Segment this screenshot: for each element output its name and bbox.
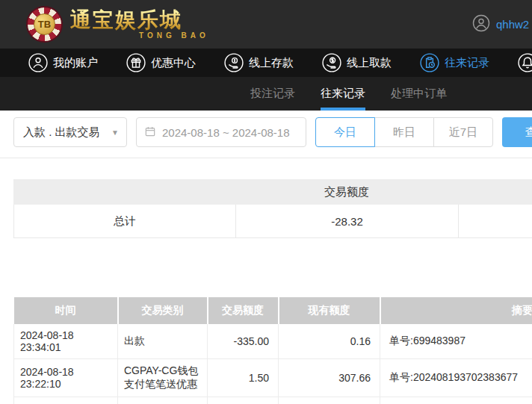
cell-type: 出款 [118,324,208,359]
nav-item-promotions[interactable]: 优惠中心 [126,53,196,72]
table-row: 2024-08-18 23:22:10 CGPAY-CG钱包支付笔笔送优惠 1.… [14,359,532,397]
quick-date-group: 今日 昨日 近7日 [315,117,493,147]
site-logo[interactable]: TB 通宝娱乐城 TONG BAO [26,6,209,43]
summary-total-label: 总计 [14,205,236,237]
chevron-down-icon: ▼ [111,128,119,137]
records-icon [420,53,439,72]
tab-pending-orders[interactable]: 处理中订单 [391,77,447,111]
cell-type: CGPAY支付 [118,397,208,404]
cell-summary: 单号:202408193702383677 [380,397,532,404]
quick-last7days-button[interactable]: 近7日 [433,117,493,147]
user-icon [28,53,48,72]
table-row: 2024-08-18 23:34:01 出款 -335.00 0.16 单号:6… [14,324,532,359]
logo-subtitle: TONG BAO [139,31,209,40]
nav-item-my-account[interactable]: 我的账户 [28,53,98,72]
cell-summary: 单号:699483987 [380,324,532,359]
select-value: 入款 . 出款交易 [23,125,100,140]
nav-label: 往来记录 [445,56,489,70]
section-divider [0,158,532,158]
nav-item-withdraw[interactable]: 线上取款 [322,53,392,72]
quick-yesterday-button[interactable]: 昨日 [374,117,434,147]
cell-balance: 0.16 [279,324,380,359]
cell-amount: 1.50 [208,359,279,397]
transaction-type-select[interactable]: 入款 . 出款交易 ▼ [13,117,127,147]
summary-total-row: 总计 -28.32 [13,205,532,238]
col-header-summary: 摘要 [380,297,532,324]
col-header-amount: 交易额度 [208,297,279,324]
tab-betting-records[interactable]: 投注记录 [250,77,295,111]
summary-table: 交易额度 总计 -28.32 [13,179,532,238]
nav-item-transaction-records[interactable]: 往来记录 [420,53,489,72]
cell-time: 2024-08-18 23:34:01 [14,324,118,359]
table-row: 2024-08-18 23:22:10 CGPAY支付 300.00 306.1… [14,397,532,404]
calendar-icon [144,125,156,140]
quick-today-button[interactable]: 今日 [315,117,375,147]
table-header-row: 时间 交易类别 交易额度 现有额度 摘要 [14,297,532,324]
nav-label: 线上存款 [249,56,294,70]
col-header-type: 交易类别 [118,297,208,324]
summary-header-row: 交易额度 [13,179,532,205]
summary-amount-header: 交易额度 [235,185,458,199]
logo-title: 通宝娱乐城 [70,9,209,31]
top-header: TB 通宝娱乐城 TONG BAO qhhw2 [0,0,532,49]
cell-type: CGPAY-CG钱包支付笔笔送优惠 [118,359,208,397]
cell-time: 2024-08-18 23:22:10 [14,397,118,404]
username: qhhw2 [496,18,529,31]
avatar-icon [472,14,490,35]
cell-summary: 单号:202408193702383677 [380,359,532,397]
bell-icon [518,53,532,72]
user-account-link[interactable]: qhhw2 [472,0,529,49]
cell-amount: -335.00 [208,324,279,359]
nav-label: 优惠中心 [151,56,196,70]
cell-time: 2024-08-18 23:22:10 [14,359,118,397]
date-range-value: 2024-08-18 ~ 2024-08-18 [162,126,290,139]
date-range-input[interactable]: 2024-08-18 ~ 2024-08-18 [136,117,306,147]
cell-balance: 307.66 [279,359,380,397]
filter-row: 入款 . 出款交易 ▼ 2024-08-18 ~ 2024-08-18 今日 昨… [13,116,532,148]
cell-amount: 300.00 [208,397,279,404]
record-subtabs: 投注记录 往来记录 处理中订单 [0,77,532,111]
chip-label: TB [34,13,55,35]
nav-label: 我的账户 [53,56,98,70]
deposit-icon [224,53,244,72]
cell-balance: 306.16 [279,397,380,404]
search-button[interactable]: 查询 [502,117,532,147]
summary-total-value: -28.32 [236,205,459,237]
col-header-balance: 现有额度 [279,297,380,324]
nav-label: 线上取款 [347,56,392,70]
poker-chip-icon: TB [26,6,63,43]
withdraw-icon [322,53,341,72]
tab-transaction-records[interactable]: 往来记录 [321,77,365,111]
col-header-time: 时间 [14,297,118,324]
nav-item-deposit[interactable]: 线上存款 [224,53,294,72]
main-nav: 我的账户 优惠中心 线上存款 线上 [0,49,532,77]
nav-item-messages[interactable]: 信息 [518,53,532,72]
gift-icon [126,53,146,72]
transactions-table: 时间 交易类别 交易额度 现有额度 摘要 2024-08-18 23:34:01… [13,297,532,404]
